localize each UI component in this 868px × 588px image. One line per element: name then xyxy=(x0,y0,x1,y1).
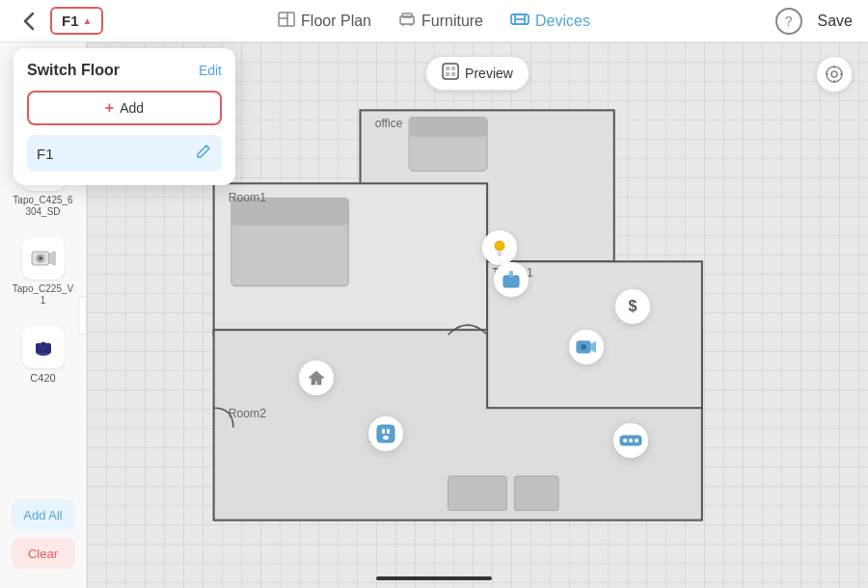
svg-point-22 xyxy=(41,344,44,347)
floor-selector-button[interactable]: F1 ▲ xyxy=(50,7,103,35)
light-device-marker[interactable] xyxy=(482,230,517,265)
header-right: ? Save xyxy=(775,8,853,35)
svg-point-25 xyxy=(831,71,837,77)
svg-rect-38 xyxy=(448,476,507,510)
add-floor-label: Add xyxy=(120,100,144,116)
floor-f1-name: F1 xyxy=(37,146,54,162)
c420-label: C420 xyxy=(30,372,55,385)
svg-point-44 xyxy=(495,241,504,251)
floor-label: F1 xyxy=(62,13,79,29)
camera-device-marker[interactable] xyxy=(569,330,604,364)
nav-floor-plan-label: Floor Plan xyxy=(301,13,371,30)
device-item-tapo-c225[interactable]: Tapo_C225_V1 xyxy=(9,229,78,314)
switch-floor-title: Switch Floor xyxy=(27,62,120,79)
header-nav: Floor Plan Furniture xyxy=(278,12,590,31)
floor-f1-edit-icon[interactable] xyxy=(195,143,212,164)
svg-rect-45 xyxy=(497,252,502,254)
switch-floor-dropdown: Switch Floor Edit + Add F1 xyxy=(14,48,235,185)
switch-device-marker[interactable]: $ xyxy=(615,289,650,324)
svg-rect-6 xyxy=(402,13,412,17)
nav-devices[interactable]: Devices xyxy=(510,12,590,31)
svg-rect-23 xyxy=(443,64,458,79)
preview-icon xyxy=(442,63,459,84)
switch-floor-edit-button[interactable]: Edit xyxy=(199,63,222,78)
svg-rect-35 xyxy=(409,117,487,136)
add-floor-plus-icon: + xyxy=(105,99,114,117)
nav-devices-label: Devices xyxy=(535,13,590,30)
svg-point-48 xyxy=(581,344,586,350)
svg-point-24 xyxy=(827,67,842,82)
svg-rect-51 xyxy=(387,429,390,434)
nav-furniture-label: Furniture xyxy=(421,13,483,30)
svg-point-18 xyxy=(39,256,42,260)
sidebar-collapse-button[interactable]: › xyxy=(78,296,87,334)
tplink-device-marker[interactable] xyxy=(494,262,529,297)
svg-point-52 xyxy=(383,436,389,440)
svg-text:Room1: Room1 xyxy=(229,191,266,204)
add-floor-button[interactable]: + Add xyxy=(27,91,222,125)
svg-rect-50 xyxy=(382,429,385,434)
svg-point-56 xyxy=(635,439,638,442)
svg-point-55 xyxy=(629,439,633,442)
add-all-button[interactable]: Add All xyxy=(12,499,75,530)
tapo-c225-icon xyxy=(22,237,65,280)
help-button[interactable]: ? xyxy=(775,8,802,35)
nav-floor-plan[interactable]: Floor Plan xyxy=(278,12,371,31)
floor-plan-icon xyxy=(278,12,295,31)
switch-icon: $ xyxy=(629,298,637,315)
strip-device-marker[interactable] xyxy=(613,423,648,458)
plug-device-marker[interactable] xyxy=(368,416,403,451)
nav-furniture[interactable]: Furniture xyxy=(398,12,483,31)
app-header: F1 ▲ Floor Plan xyxy=(0,0,868,42)
device-item-c420[interactable]: C420 xyxy=(9,318,78,392)
svg-point-54 xyxy=(623,439,627,442)
devices-icon xyxy=(510,12,529,31)
location-button[interactable] xyxy=(816,56,853,93)
sidebar-bottom-actions: Add All Clear xyxy=(0,499,86,578)
home-device-marker[interactable] xyxy=(299,361,334,395)
svg-rect-0 xyxy=(279,13,294,26)
back-button[interactable] xyxy=(15,8,42,35)
home-indicator xyxy=(376,576,492,580)
svg-text:Room2: Room2 xyxy=(229,407,266,420)
svg-rect-58 xyxy=(509,271,513,278)
preview-button[interactable]: Preview xyxy=(425,56,529,91)
tapo-c225-label: Tapo_C225_V1 xyxy=(13,283,73,307)
tapo-c425-label: Tapo_C425_6304_SD xyxy=(13,195,72,218)
furniture-icon xyxy=(398,12,416,31)
clear-button[interactable]: Clear xyxy=(12,538,75,569)
save-button[interactable]: Save xyxy=(818,13,853,30)
svg-rect-49 xyxy=(377,425,394,442)
svg-rect-39 xyxy=(514,476,558,510)
svg-text:office: office xyxy=(375,117,403,130)
c420-icon xyxy=(22,326,65,368)
switch-floor-header: Switch Floor Edit xyxy=(27,62,222,79)
floor-f1-item[interactable]: F1 xyxy=(27,135,222,172)
floor-arrow-icon: ▲ xyxy=(83,15,93,26)
preview-label: Preview xyxy=(465,66,513,81)
header-left: F1 ▲ xyxy=(15,7,103,35)
